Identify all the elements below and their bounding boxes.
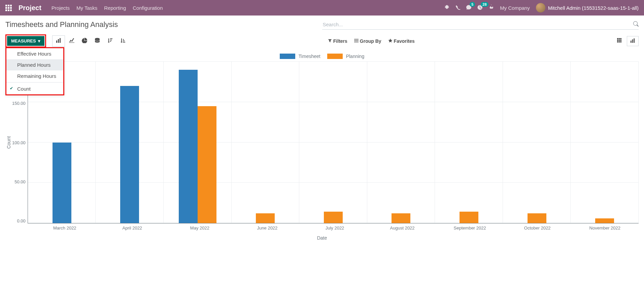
chart-category [164,62,232,223]
measure-count-label: Count [17,86,31,92]
chart-category [299,62,367,223]
app-brand[interactable]: Project [19,4,41,12]
bar-planning[interactable] [324,212,343,223]
bar-planning[interactable] [460,212,478,223]
nav-link-projects[interactable]: Projects [52,5,70,11]
y-tick: 100.00 [12,140,26,145]
bar-timesheet[interactable] [120,86,139,223]
legend-item-timesheet[interactable]: Timesheet [280,54,320,59]
chart-type-stacked[interactable] [91,35,103,47]
svg-rect-15 [620,41,621,42]
svg-rect-6 [354,41,359,42]
favorites-label: Favorites [394,38,415,44]
svg-rect-16 [631,40,632,43]
svg-rect-5 [354,40,359,41]
groupby-label: Group By [360,38,381,44]
apps-icon[interactable] [5,5,12,11]
company-switcher[interactable]: My Company [500,5,530,11]
x-tick: September 2022 [436,223,504,231]
legend-item-planning[interactable]: Planning [327,54,365,59]
measure-effective-hours[interactable]: Effective Hours [6,48,63,59]
bar-planning[interactable] [528,213,546,223]
nav-link-configuration[interactable]: Configuration [133,5,163,11]
chart-type-bar[interactable] [52,35,65,47]
svg-point-3 [95,38,100,39]
svg-rect-17 [632,39,633,42]
x-tick: August 2022 [369,223,436,231]
control-panel: Timesheets and Planning Analysis Measure… [0,16,644,50]
chart-type-pie[interactable] [78,35,91,47]
tools-icon[interactable] [489,5,494,11]
svg-rect-0 [56,40,57,43]
filter-icon [328,38,332,44]
chart-legend: Timesheet Planning [5,54,639,59]
favorites-button[interactable]: Favorites [388,38,415,44]
bar-planning[interactable] [198,106,216,223]
bar-timesheet[interactable] [53,143,71,223]
search-icon[interactable] [633,21,639,28]
svg-rect-11 [619,39,620,41]
chart-category [503,62,571,223]
sort-asc[interactable] [117,35,129,47]
measures-label: Measures [11,38,36,43]
filters-button[interactable]: Filters [328,38,347,44]
legend-label-planning: Planning [346,54,365,59]
avatar [536,3,545,12]
legend-swatch-timesheet [280,54,295,59]
x-tick: April 2022 [99,223,166,231]
x-tick: October 2022 [504,223,571,231]
bar-planning[interactable] [392,213,410,223]
search-area [322,20,639,30]
caret-down-icon: ▾ [38,38,40,43]
svg-rect-8 [619,38,620,39]
measure-planned-hours[interactable]: Planned Hours [6,59,63,70]
debug-icon[interactable] [444,5,449,11]
filters-label: Filters [333,38,347,44]
check-icon: ✔ [10,86,13,91]
messages-icon[interactable]: 5 [466,5,471,11]
sort-desc[interactable] [104,35,116,47]
nav-link-my-tasks[interactable]: My Tasks [76,5,97,11]
search-input[interactable] [322,20,634,29]
list-icon [354,38,359,44]
groupby-button[interactable]: Group By [354,38,381,44]
bar-timesheet[interactable] [179,70,198,223]
page-title: Timesheets and Planning Analysis [5,20,118,29]
x-tick: March 2022 [31,223,99,231]
view-graph[interactable] [627,36,639,46]
legend-swatch-planning [327,54,343,59]
measure-count[interactable]: ✔ Count [6,83,63,94]
user-menu[interactable]: Mitchell Admin (15531522-saas-15-1-all) [536,3,639,12]
chart-type-line[interactable] [66,35,78,47]
y-tick: 150.00 [12,101,26,106]
x-tick: June 2022 [234,223,301,231]
bar-planning[interactable] [256,213,275,223]
view-pivot[interactable] [614,36,625,46]
svg-rect-7 [617,38,618,39]
phone-icon[interactable] [455,5,460,11]
chart-category [232,62,300,223]
chart-container: Timesheet Planning Count 200.00150.00100… [0,50,644,246]
y-axis-label: Count [5,136,12,149]
measures-dropdown: Effective Hours Planned Hours Remaining … [5,47,64,95]
svg-rect-12 [620,39,621,41]
user-name: Mitchell Admin (15531522-saas-15-1-all) [548,5,639,11]
svg-rect-9 [620,38,621,39]
y-tick: 0.00 [17,218,25,223]
x-axis-label: Date [5,235,639,241]
x-axis-ticks: March 2022April 2022May 2022June 2022Jul… [31,223,639,231]
svg-rect-14 [619,41,620,42]
svg-rect-4 [354,39,359,39]
top-navbar: Project Projects My Tasks Reporting Conf… [0,0,644,16]
x-tick: July 2022 [301,223,369,231]
bar-planning[interactable] [595,218,614,223]
measure-remaining-hours[interactable]: Remaining Hours [6,70,63,82]
dropdown-divider [6,82,63,83]
messages-badge: 5 [470,2,475,7]
svg-rect-1 [58,39,59,43]
nav-link-reporting[interactable]: Reporting [104,5,126,11]
measures-button[interactable]: Measures ▾ [7,36,44,46]
chart-category [571,62,639,223]
svg-rect-18 [634,38,635,42]
activities-icon[interactable]: 28 [477,5,483,11]
